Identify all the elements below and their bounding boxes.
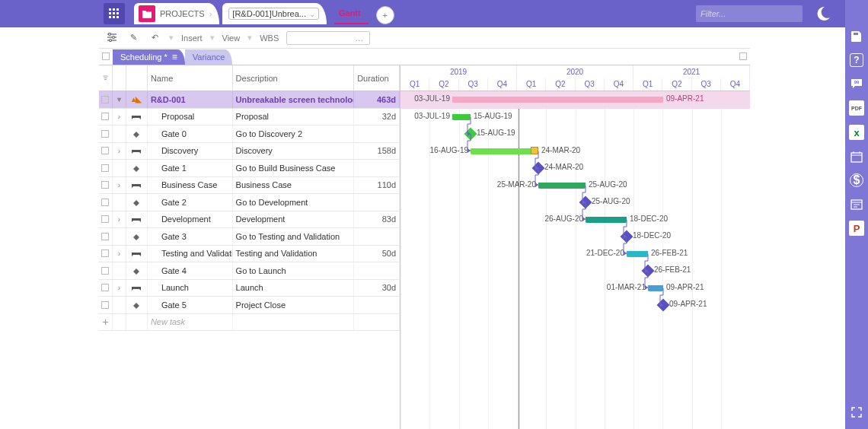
expand-toggle[interactable]: › [113, 177, 126, 194]
row-checkbox[interactable] [101, 96, 109, 103]
select-all-checkbox[interactable] [102, 52, 110, 62]
task-row[interactable]: ›DevelopmentDevelopment83d [99, 211, 400, 229]
task-row[interactable]: Gate 2Go to Development [99, 194, 400, 211]
settings-icon[interactable] [105, 33, 119, 43]
excel-icon[interactable]: x [849, 125, 864, 140]
row-checkbox[interactable] [101, 249, 109, 257]
filter-input[interactable] [696, 5, 803, 22]
task-desc[interactable]: Project Close [233, 297, 355, 313]
pdf-icon[interactable]: PDF [849, 100, 864, 116]
row-checkbox[interactable] [101, 113, 109, 120]
right-checkbox[interactable] [739, 52, 747, 62]
task-name[interactable]: Gate 2 [148, 194, 233, 211]
task-desc[interactable]: Go to Development [233, 194, 355, 211]
task-desc[interactable]: Go to Build Business Case [233, 160, 355, 176]
row-checkbox[interactable] [101, 199, 109, 206]
task-row[interactable]: ›Business CaseBusiness Case110d [99, 177, 400, 195]
new-task-row[interactable]: +New task [99, 314, 400, 332]
row-checkbox[interactable] [101, 301, 109, 309]
expand-toggle[interactable]: › [113, 246, 126, 262]
undo-icon[interactable]: ↶ [148, 33, 161, 43]
task-name[interactable]: Development [148, 211, 233, 228]
task-name[interactable]: Business Case [148, 177, 233, 194]
project-selector[interactable]: [R&D-001]Unbrea... ⌄ [222, 3, 327, 24]
row-checkbox[interactable] [101, 181, 109, 189]
expand-toggle[interactable] [113, 228, 126, 245]
gantt-bar[interactable] [471, 148, 538, 154]
insert-menu[interactable]: Insert [181, 33, 203, 43]
row-checkbox[interactable] [101, 284, 109, 291]
gantt-bar[interactable] [538, 183, 586, 189]
gantt-milestone[interactable] [657, 299, 670, 312]
calendar-icon[interactable] [849, 149, 864, 164]
task-desc[interactable]: Unbreakable screen technology [233, 91, 355, 108]
task-desc[interactable]: Go to Testing and Validation [233, 228, 355, 245]
col-sort[interactable] [99, 65, 113, 91]
row-checkbox[interactable] [101, 164, 109, 172]
fullscreen-icon[interactable] [849, 405, 864, 420]
edit-icon[interactable]: ✎ [126, 33, 140, 43]
gantt-milestone[interactable] [621, 230, 633, 243]
add-tab-button[interactable]: + [376, 6, 394, 24]
task-name[interactable]: Gate 0 [148, 126, 233, 142]
gantt-bar[interactable] [452, 114, 471, 120]
gantt-milestone[interactable] [532, 162, 545, 175]
col-desc[interactable]: Description [233, 65, 355, 91]
task-row[interactable]: Gate 3Go to Testing and Validation [99, 228, 400, 246]
task-row[interactable]: ›Testing and ValidationTesting and Valid… [99, 246, 400, 263]
gantt-bar[interactable] [627, 251, 648, 257]
task-name[interactable]: Gate 4 [148, 262, 233, 279]
moon-icon[interactable] [812, 2, 834, 25]
row-checkbox[interactable] [101, 233, 109, 240]
task-desc[interactable]: Development [233, 211, 355, 228]
tab-menu-icon[interactable]: ≡ [172, 52, 177, 62]
ppt-icon[interactable]: P [849, 221, 864, 236]
col-duration[interactable]: Duration [354, 65, 400, 91]
help-icon[interactable]: ? [850, 53, 863, 67]
sheet-tab-variance[interactable]: Variance [185, 49, 233, 65]
task-desc[interactable]: Go to Discovery 2 [233, 126, 355, 142]
row-checkbox[interactable] [101, 130, 109, 138]
task-row[interactable]: Gate 5Project Close [99, 297, 400, 314]
task-name[interactable]: Gate 3 [148, 228, 233, 245]
gantt-milestone[interactable] [642, 265, 655, 278]
task-name[interactable]: Discovery [148, 143, 233, 160]
task-name[interactable]: Gate 1 [148, 160, 233, 176]
task-name[interactable]: R&D-001 [148, 91, 233, 108]
task-name[interactable]: Testing and Validation [148, 246, 233, 262]
task-desc[interactable]: Launch [233, 280, 355, 297]
wbs-field[interactable]: … [286, 31, 370, 45]
task-name[interactable]: Proposal [148, 109, 233, 126]
expand-toggle[interactable] [113, 297, 126, 313]
apps-menu-button[interactable] [104, 3, 125, 24]
expand-toggle[interactable]: › [113, 280, 126, 297]
expand-toggle[interactable] [113, 126, 126, 142]
row-checkbox[interactable] [101, 215, 109, 223]
task-desc[interactable]: Business Case [233, 177, 355, 194]
expand-toggle[interactable]: ▾ [113, 91, 126, 108]
view-menu[interactable]: View [222, 33, 241, 43]
expand-toggle[interactable]: › [113, 143, 126, 160]
task-row[interactable]: Gate 4Go to Launch [99, 262, 400, 280]
task-name[interactable]: Launch [148, 280, 233, 297]
task-row[interactable]: ▾▴◣R&D-001Unbreakable screen technology4… [99, 91, 400, 109]
schedule-icon[interactable] [849, 196, 864, 211]
task-row[interactable]: ›ProposalProposal32d [99, 109, 400, 126]
row-checkbox[interactable] [101, 267, 109, 275]
tab-projects[interactable]: PROJECTS › [134, 3, 219, 24]
gantt-milestone[interactable] [579, 196, 592, 209]
save-icon[interactable] [849, 29, 864, 44]
task-desc[interactable]: Proposal [233, 109, 355, 126]
sheet-tab-scheduling[interactable]: Scheduling * ≡ [113, 49, 185, 65]
expand-toggle[interactable]: › [113, 109, 126, 126]
task-row[interactable]: Gate 1Go to Build Business Case [99, 160, 400, 177]
row-checkbox[interactable] [101, 147, 109, 154]
tab-gantt[interactable]: Gantt [334, 5, 369, 24]
task-name[interactable]: Gate 5 [148, 297, 233, 313]
expand-toggle[interactable] [113, 160, 126, 176]
col-name[interactable]: Name [148, 65, 233, 91]
task-row[interactable]: ›DiscoveryDiscovery158d [99, 143, 400, 160]
gantt-bar[interactable] [648, 285, 663, 291]
task-desc[interactable]: Discovery [233, 143, 355, 160]
expand-toggle[interactable]: › [113, 211, 126, 228]
